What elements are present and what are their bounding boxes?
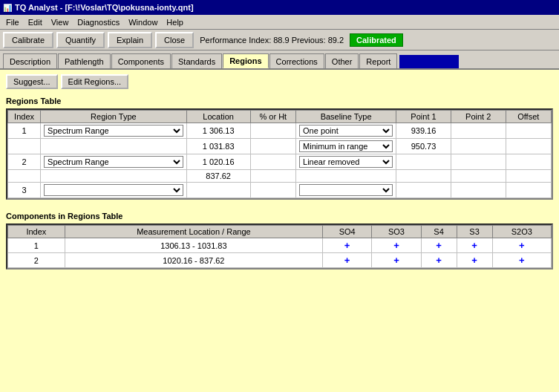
row2-baseline[interactable]: Linear removed [296, 154, 396, 170]
plus-icon[interactable]: + [344, 255, 350, 266]
row2-location: 1 020.16 [186, 154, 250, 170]
comp-row2-s3[interactable]: + [457, 253, 492, 268]
row1b-baseline[interactable]: Minimum in range [296, 139, 396, 154]
tab-bar: Description Pathlength Components Standa… [0, 50, 559, 70]
menu-item-view[interactable]: View [47, 16, 73, 28]
menu-item-window[interactable]: Window [124, 16, 162, 28]
col-header-location: Location [186, 111, 250, 123]
tab-standards[interactable]: Standards [171, 53, 222, 68]
row2-region-type-select[interactable]: Spectrum Range [44, 156, 183, 168]
row3-pct [250, 183, 295, 198]
plus-icon[interactable]: + [471, 240, 477, 251]
comp-row1-index: 1 [8, 238, 65, 253]
tab-regions[interactable]: Regions [223, 53, 268, 68]
col-header-index: Index [8, 111, 41, 123]
plus-icon[interactable]: + [344, 240, 350, 251]
row2-point2 [451, 154, 506, 170]
comp-col-so3: SO3 [372, 226, 421, 238]
row1b-location: 1 031.83 [186, 139, 250, 154]
comp-row2-s2o3[interactable]: + [492, 253, 551, 268]
comp-col-s2o3: S2O3 [492, 226, 551, 238]
col-header-baseline: Baseline Type [296, 111, 396, 123]
plus-icon[interactable]: + [393, 240, 399, 251]
list-item: 2 1020.16 - 837.62 + + + + + [8, 253, 552, 268]
col-header-region-type: Region Type [41, 111, 187, 123]
row1-pct [250, 123, 295, 139]
row1b-point2 [451, 139, 506, 154]
table-row: 1 Spectrum Range 1 306.13 One point 939.… [8, 123, 552, 139]
toolbar: Calibrate Quantify Explain Close Perform… [0, 30, 559, 50]
suggest-button[interactable]: Suggest... [6, 74, 58, 89]
row1b-pct [250, 139, 295, 154]
row1b-point1: 950.73 [396, 139, 451, 154]
sub-toolbar: Suggest... Edit Regions... [6, 74, 553, 89]
row2-offset [506, 154, 551, 170]
main-content: Suggest... Edit Regions... Regions Table… [0, 70, 559, 392]
row3-offset [506, 183, 551, 198]
row3-point1 [396, 183, 451, 198]
comp-row1-s3[interactable]: + [457, 238, 492, 253]
comp-row2-so3[interactable]: + [372, 253, 421, 268]
plus-icon[interactable]: + [436, 255, 442, 266]
row1-location: 1 306.13 [186, 123, 250, 139]
col-header-point2: Point 2 [451, 111, 506, 123]
row2-pct [250, 154, 295, 170]
tab-components[interactable]: Components [111, 53, 171, 68]
comp-row1-s2o3[interactable]: + [492, 238, 551, 253]
row1-region-type[interactable]: Spectrum Range [41, 123, 187, 139]
title-bar: 📊 TQ Analyst - [F:\!Voslar\TQ\pokusna-io… [0, 0, 559, 15]
plus-icon[interactable]: + [471, 255, 477, 266]
comp-row1-so3[interactable]: + [372, 238, 421, 253]
plus-icon[interactable]: + [519, 240, 525, 251]
close-button[interactable]: Close [155, 32, 194, 48]
row1-baseline-select[interactable]: One point [299, 125, 393, 137]
calibrated-badge: Calibrated [350, 33, 403, 47]
plus-icon[interactable]: + [519, 255, 525, 266]
row2b-location: 837.62 [186, 170, 250, 183]
col-header-point1: Point 1 [396, 111, 451, 123]
comp-row1-s4[interactable]: + [421, 238, 457, 253]
tab-corrections[interactable]: Corrections [269, 53, 324, 68]
tab-description[interactable]: Description [3, 53, 57, 68]
row1-region-type-select[interactable]: Spectrum Range [44, 125, 183, 137]
row1-baseline[interactable]: One point [296, 123, 396, 139]
row3-region-type-select[interactable] [44, 184, 183, 196]
plus-icon[interactable]: + [393, 255, 399, 266]
calibrate-button[interactable]: Calibrate [3, 32, 53, 48]
comp-row2-so4[interactable]: + [323, 253, 372, 268]
quantify-button[interactable]: Quantify [56, 32, 105, 48]
list-item: 1 1306.13 - 1031.83 + + + + + [8, 238, 552, 253]
edit-regions-button[interactable]: Edit Regions... [61, 74, 129, 89]
comp-row2-range: 1020.16 - 837.62 [65, 253, 322, 268]
tab-other[interactable]: Other [325, 53, 359, 68]
components-table: Index Measurement Location / Range SO4 S… [7, 225, 552, 268]
row2-point1 [396, 154, 451, 170]
tab-pathlength[interactable]: Pathlength [58, 53, 111, 68]
explain-button[interactable]: Explain [108, 32, 152, 48]
comp-row1-so4[interactable]: + [323, 238, 372, 253]
row1b-baseline-select[interactable]: Minimum in range [299, 140, 393, 152]
row3-baseline-select[interactable] [299, 184, 393, 196]
row2b-pct [250, 170, 295, 183]
row1-point1: 939.16 [396, 123, 451, 139]
table-row: 1 031.83 Minimum in range 950.73 [8, 139, 552, 154]
table-row: 3 [8, 183, 552, 198]
menu-bar: File Edit View Diagnostics Window Help [0, 15, 559, 30]
tab-report[interactable]: Report [359, 53, 397, 68]
comp-col-s3: S3 [457, 226, 492, 238]
row2-baseline-select[interactable]: Linear removed [299, 156, 393, 168]
menu-item-help[interactable]: Help [162, 16, 188, 28]
app-icon: 📊 [3, 4, 12, 12]
menu-item-edit[interactable]: Edit [24, 16, 47, 28]
menu-item-file[interactable]: File [1, 16, 24, 28]
row3-baseline[interactable] [296, 183, 396, 198]
row2b-offset [506, 170, 551, 183]
comp-row2-s4[interactable]: + [421, 253, 457, 268]
comp-col-so4: SO4 [323, 226, 372, 238]
table-row: 2 Spectrum Range 1 020.16 Linear removed [8, 154, 552, 170]
row2-region-type[interactable]: Spectrum Range [41, 154, 187, 170]
row3-region-type[interactable] [41, 183, 187, 198]
comp-col-range: Measurement Location / Range [65, 226, 322, 238]
plus-icon[interactable]: + [436, 240, 442, 251]
menu-item-diagnostics[interactable]: Diagnostics [73, 16, 124, 28]
